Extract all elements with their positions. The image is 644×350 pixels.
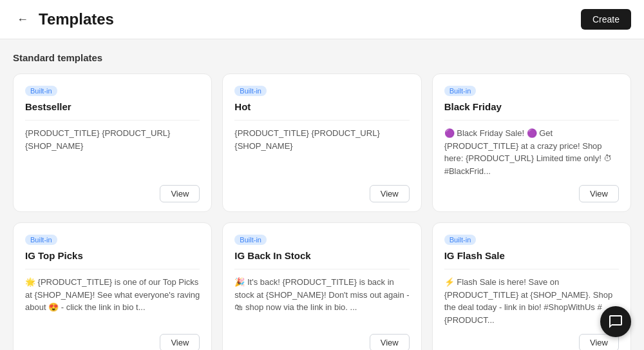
- main-content: Standard templates Built-in Bestseller {…: [0, 39, 644, 350]
- built-in-badge: Built-in: [444, 86, 477, 96]
- template-card: Built-in Bestseller {PRODUCT_TITLE} {PRO…: [13, 73, 212, 212]
- template-card: Built-in IG Flash Sale ⚡ Flash Sale is h…: [432, 222, 631, 350]
- template-name: Bestseller: [25, 101, 200, 112]
- back-button[interactable]: ←: [13, 12, 32, 28]
- view-btn-row: View: [444, 334, 619, 350]
- built-in-badge: Built-in: [25, 86, 57, 96]
- view-btn-row: View: [25, 185, 200, 202]
- built-in-badge: Built-in: [25, 235, 57, 245]
- header-left: ← Templates: [13, 10, 114, 28]
- chat-icon: [608, 314, 623, 329]
- chat-widget[interactable]: [600, 306, 631, 337]
- section-title: Standard templates: [13, 52, 631, 63]
- view-button[interactable]: View: [370, 185, 410, 202]
- template-name: IG Back In Stock: [234, 250, 409, 261]
- template-preview: {PRODUCT_TITLE} {PRODUCT_URL} {SHOP_NAME…: [234, 120, 409, 177]
- template-name: IG Top Picks: [25, 250, 200, 261]
- view-btn-row: View: [234, 334, 409, 350]
- view-button[interactable]: View: [160, 185, 200, 202]
- template-name: Hot: [234, 101, 409, 112]
- template-preview: 🎉 It's back! {PRODUCT_TITLE} is back in …: [234, 269, 409, 326]
- template-name: Black Friday: [444, 101, 619, 112]
- template-card: Built-in Hot {PRODUCT_TITLE} {PRODUCT_UR…: [222, 73, 421, 212]
- view-button[interactable]: View: [160, 334, 200, 350]
- template-preview: 🌟 {PRODUCT_TITLE} is one of our Top Pick…: [25, 269, 200, 326]
- template-card: Built-in Black Friday 🟣 Black Friday Sal…: [432, 73, 631, 212]
- view-button[interactable]: View: [370, 334, 410, 350]
- header: ← Templates Create: [0, 0, 644, 39]
- template-card: Built-in IG Top Picks 🌟 {PRODUCT_TITLE} …: [13, 222, 212, 350]
- view-button[interactable]: View: [579, 185, 619, 202]
- built-in-badge: Built-in: [234, 235, 267, 245]
- templates-grid: Built-in Bestseller {PRODUCT_TITLE} {PRO…: [13, 73, 631, 350]
- view-btn-row: View: [234, 185, 409, 202]
- template-preview: ⚡ Flash Sale is here! Save on {PRODUCT_T…: [444, 269, 619, 326]
- view-btn-row: View: [444, 185, 619, 202]
- template-preview: 🟣 Black Friday Sale! 🟣 Get {PRODUCT_TITL…: [444, 120, 619, 177]
- template-preview: {PRODUCT_TITLE} {PRODUCT_URL} {SHOP_NAME…: [25, 120, 200, 177]
- template-card: Built-in IG Back In Stock 🎉 It's back! {…: [222, 222, 421, 350]
- create-button[interactable]: Create: [581, 9, 631, 30]
- view-btn-row: View: [25, 334, 200, 350]
- built-in-badge: Built-in: [444, 235, 477, 245]
- built-in-badge: Built-in: [234, 86, 267, 96]
- template-name: IG Flash Sale: [444, 250, 619, 261]
- page-title: Templates: [39, 10, 114, 28]
